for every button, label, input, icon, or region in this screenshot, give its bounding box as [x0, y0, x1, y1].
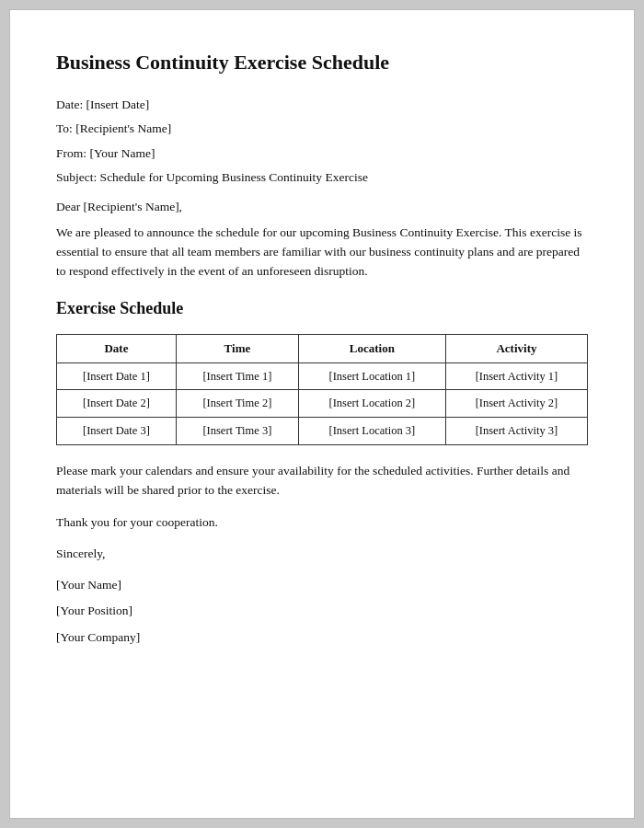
col-header-activity: Activity [445, 335, 587, 363]
table-cell-r3-c4: [Insert Activity 3] [445, 418, 587, 445]
body-paragraph-1: We are pleased to announce the schedule … [56, 224, 588, 282]
sign-off-line: Sincerely, [56, 545, 588, 563]
table-cell-r2-c2: [Insert Time 2] [176, 390, 298, 418]
table-row: [Insert Date 3][Insert Time 3][Insert Lo… [57, 418, 588, 445]
table-cell-r2-c1: [Insert Date 2] [57, 390, 177, 418]
your-position-line: [Your Position] [56, 602, 588, 620]
date-line: Date: [Insert Date] [56, 96, 588, 114]
your-name-line: [Your Name] [56, 576, 588, 594]
document-title: Business Continuity Exercise Schedule [56, 47, 588, 77]
to-line: To: [Recipient's Name] [56, 120, 588, 138]
table-cell-r2-c3: [Insert Location 2] [298, 390, 445, 418]
schedule-table: Date Time Location Activity [Insert Date… [56, 334, 588, 445]
your-company-line: [Your Company] [56, 628, 588, 647]
exercise-schedule-heading: Exercise Schedule [56, 296, 588, 321]
table-cell-r3-c3: [Insert Location 3] [298, 418, 445, 445]
closing-paragraph-1: Please mark your calendars and ensure yo… [56, 462, 588, 500]
table-cell-r1-c3: [Insert Location 1] [298, 362, 445, 390]
table-cell-r1-c2: [Insert Time 1] [176, 362, 298, 390]
table-cell-r3-c1: [Insert Date 3] [57, 418, 177, 445]
subject-line: Subject: Schedule for Upcoming Business … [56, 168, 588, 187]
col-header-date: Date [57, 335, 177, 363]
table-header-row: Date Time Location Activity [57, 335, 588, 363]
thank-you-line: Thank you for your cooperation. [56, 513, 588, 532]
table-row: [Insert Date 1][Insert Time 1][Insert Lo… [57, 362, 588, 390]
col-header-time: Time [176, 335, 298, 363]
document-container: Business Continuity Exercise Schedule Da… [9, 9, 635, 819]
col-header-location: Location [298, 335, 445, 363]
from-line: From: [Your Name] [56, 144, 588, 163]
greeting-line: Dear [Recipient's Name], [56, 198, 588, 216]
table-cell-r3-c2: [Insert Time 3] [176, 418, 298, 445]
table-cell-r1-c1: [Insert Date 1] [57, 362, 177, 390]
table-cell-r1-c4: [Insert Activity 1] [445, 362, 587, 390]
table-cell-r2-c4: [Insert Activity 2] [445, 390, 587, 418]
table-row: [Insert Date 2][Insert Time 2][Insert Lo… [57, 390, 588, 418]
